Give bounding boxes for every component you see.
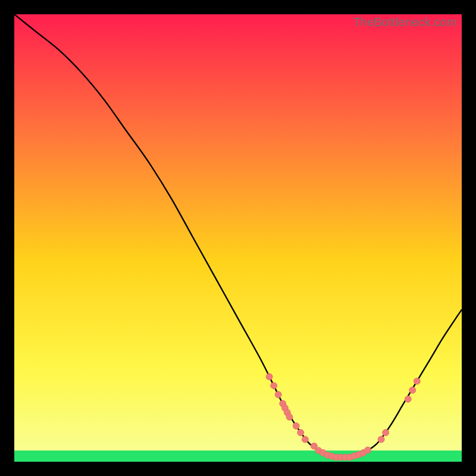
bottleneck-curve-plot xyxy=(14,14,462,462)
heat-gradient-rect xyxy=(14,14,462,462)
curve-marker xyxy=(271,383,277,389)
curve-marker xyxy=(298,430,304,436)
curve-marker xyxy=(302,436,308,443)
watermark-text: TheBottleneck.com xyxy=(353,15,457,29)
curve-marker xyxy=(383,430,389,436)
chart-svg xyxy=(14,14,462,462)
green-band-rect xyxy=(14,450,462,462)
curve-marker xyxy=(275,392,281,398)
curve-marker xyxy=(365,447,371,453)
curve-marker xyxy=(378,436,384,443)
curve-marker xyxy=(409,387,416,393)
curve-marker xyxy=(414,378,420,384)
curve-marker xyxy=(405,396,411,402)
curve-marker xyxy=(293,422,299,429)
curve-marker xyxy=(286,414,293,420)
curve-marker xyxy=(266,374,273,380)
chart-frame: TheBottleneck.com xyxy=(14,14,462,462)
